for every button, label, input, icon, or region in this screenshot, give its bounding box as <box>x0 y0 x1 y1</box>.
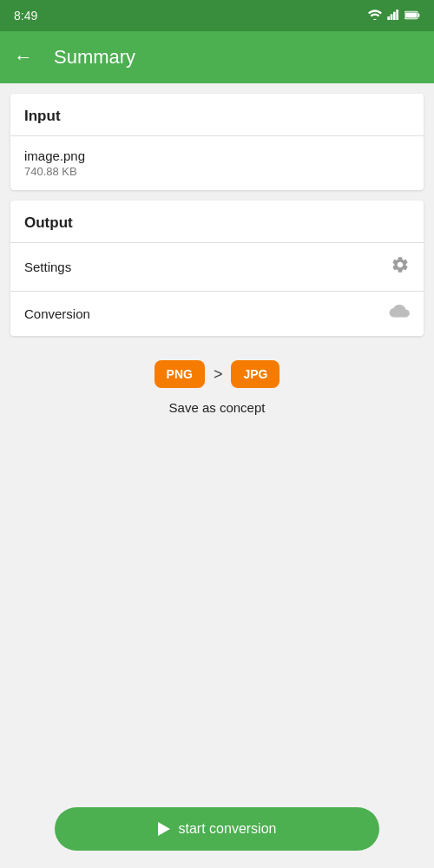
conversion-row[interactable]: Conversion <box>10 291 424 336</box>
input-card: Input image.png 740.88 KB <box>10 94 424 190</box>
settings-label: Settings <box>24 260 71 274</box>
signal-icon <box>387 10 399 23</box>
settings-row[interactable]: Settings <box>10 243 424 291</box>
format-flow: PNG > JPG <box>155 360 280 388</box>
status-bar: 8:49 <box>0 0 434 31</box>
svg-rect-3 <box>396 10 398 20</box>
from-format-badge: PNG <box>155 360 205 388</box>
status-time: 8:49 <box>14 9 37 23</box>
save-concept-label[interactable]: Save as concept <box>169 400 266 415</box>
output-card: Output Settings Conversion <box>10 201 424 336</box>
arrow-icon: > <box>214 365 223 384</box>
input-header: Input <box>10 94 424 136</box>
svg-rect-6 <box>405 12 417 17</box>
input-header-text: Input <box>24 108 61 124</box>
input-filesize: 740.88 KB <box>24 165 85 178</box>
conversion-label: Conversion <box>24 306 90 321</box>
conversion-section: PNG > JPG Save as concept <box>10 346 424 429</box>
input-file-row: image.png 740.88 KB <box>10 136 424 190</box>
bottom-bar: start conversion <box>0 790 434 868</box>
input-filename: image.png <box>24 148 85 163</box>
gear-icon <box>391 255 410 279</box>
to-format-badge: JPG <box>231 360 279 388</box>
cloud-icon <box>389 304 410 324</box>
back-button[interactable]: ← <box>14 46 33 69</box>
input-file-info: image.png 740.88 KB <box>24 148 85 178</box>
svg-rect-1 <box>391 14 393 20</box>
battery-icon <box>404 10 420 23</box>
start-conversion-button[interactable]: start conversion <box>55 807 379 851</box>
play-icon <box>158 822 170 836</box>
start-button-label: start conversion <box>179 821 277 837</box>
output-header-text: Output <box>24 214 73 231</box>
page-title: Summary <box>54 46 135 69</box>
svg-rect-5 <box>418 13 419 16</box>
app-bar: ← Summary <box>0 31 434 83</box>
svg-rect-0 <box>387 16 390 20</box>
svg-rect-2 <box>393 11 396 19</box>
output-header: Output <box>10 201 424 243</box>
wifi-icon <box>368 10 382 23</box>
content-area: Input image.png 740.88 KB Output Setting… <box>0 83 434 790</box>
status-icons <box>368 10 420 23</box>
